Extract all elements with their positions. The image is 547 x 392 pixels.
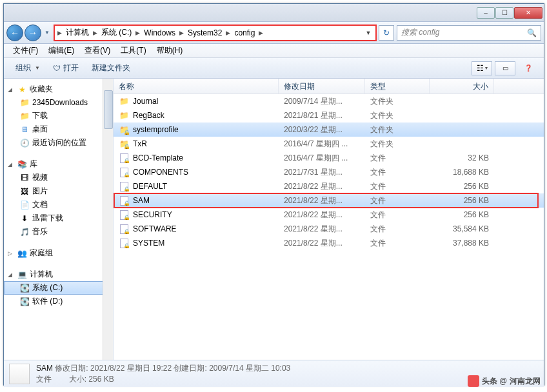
column-type[interactable]: 类型 (365, 79, 430, 93)
sidebar-item-downloads[interactable]: 📁2345Downloads (4, 96, 113, 109)
sidebar-item-thunder[interactable]: ⬇迅雷下载 (4, 211, 113, 225)
menu-view[interactable]: 查看(V) (79, 45, 115, 56)
file-size-cell: 18,688 KB (430, 168, 494, 177)
menu-help[interactable]: 帮助(H) (152, 45, 188, 56)
chevron-right-icon[interactable]: ▶ (224, 30, 232, 36)
file-date-cell: 2021/8/21 星期... (279, 110, 365, 121)
chevron-right-icon[interactable]: ▶ (56, 30, 63, 36)
menu-edit[interactable]: 编辑(E) (43, 45, 79, 56)
new-folder-button[interactable]: 新建文件夹 (85, 63, 137, 74)
file-name-cell: 📁🔒systemprofile (114, 124, 279, 135)
column-name[interactable]: 名称 (114, 79, 279, 93)
open-button[interactable]: 🛡 打开 (46, 63, 85, 74)
help-button[interactable]: ❓ (518, 61, 539, 75)
file-list: 名称 修改日期 类型 大小 📁Journal2009/7/14 星期...文件夹… (114, 79, 544, 360)
breadcrumb[interactable]: Windows (141, 26, 178, 40)
file-size-cell: 256 KB (430, 182, 494, 191)
menu-file[interactable]: 文件(F) (8, 45, 43, 56)
favorites-label: 收藏夹 (30, 84, 53, 95)
sidebar-item-music[interactable]: 🎵音乐 (4, 225, 113, 239)
locked-file-icon: 🔒 (119, 238, 129, 248)
address-dropdown[interactable]: ▼ (363, 30, 374, 36)
search-icon[interactable]: 🔍 (527, 28, 537, 37)
homegroup-header[interactable]: ▷ 👥 家庭组 (4, 246, 113, 260)
locked-file-icon: 🔒 (119, 153, 129, 163)
forward-button[interactable]: → (25, 24, 41, 41)
address-bar[interactable]: ▶ 计算机 ▶ 系统 (C:) ▶ Windows ▶ System32 ▶ c… (54, 25, 376, 41)
file-list-body[interactable]: 📁Journal2009/7/14 星期...文件夹📁RegBack2021/8… (114, 94, 544, 360)
file-row[interactable]: 📁🔒TxR2016/4/7 星期四 ...文件夹 (114, 137, 544, 151)
breadcrumb[interactable]: System32 (185, 26, 224, 40)
file-date-cell: 2021/8/22 星期... (279, 224, 365, 235)
file-date-cell: 2020/3/22 星期... (279, 124, 365, 135)
locked-folder-icon: 📁🔒 (119, 139, 129, 149)
titlebar[interactable]: – ☐ ✕ (4, 4, 544, 22)
refresh-button[interactable]: ↻ (379, 25, 394, 41)
file-name: BCD-Template (133, 153, 183, 162)
file-row[interactable]: 🔒SYSTEM2021/8/22 星期...文件37,888 KB (114, 236, 544, 250)
sidebar-scrollbar[interactable] (103, 79, 113, 360)
sidebar-item-videos[interactable]: 🎞视频 (4, 171, 113, 184)
menu-bar: 文件(F) 编辑(E) 查看(V) 工具(T) 帮助(H) (4, 44, 544, 58)
file-date-cell: 2021/8/22 星期... (279, 181, 365, 192)
file-row[interactable]: 🔒COMPONENTS2021/7/31 星期...文件18,688 KB (114, 165, 544, 179)
sidebar-item-documents[interactable]: 📄文档 (4, 198, 113, 211)
maximize-button[interactable]: ☐ (495, 7, 513, 19)
file-name: SYSTEM (133, 239, 164, 248)
file-row[interactable]: 🔒SAM2021/8/22 星期...文件256 KB (114, 193, 544, 208)
watermark-logo-icon (468, 375, 479, 387)
file-row[interactable]: 📁🔒systemprofile2020/3/22 星期...文件夹 (114, 122, 544, 137)
computer-header[interactable]: ◢ 💻 计算机 (4, 268, 113, 281)
file-row[interactable]: 🔒DEFAULT2021/8/22 星期...文件256 KB (114, 179, 544, 193)
file-type-cell: 文件 (365, 181, 430, 192)
menu-tools[interactable]: 工具(T) (115, 45, 151, 56)
breadcrumb[interactable]: 计算机 (63, 26, 92, 40)
file-date-cell: 2021/8/22 星期... (279, 195, 365, 206)
scrollbar-thumb[interactable] (104, 90, 113, 129)
search-input[interactable]: 搜索 config 🔍 (397, 25, 541, 41)
file-row[interactable]: 📁Journal2009/7/14 星期...文件夹 (114, 94, 544, 108)
file-row[interactable]: 🔒BCD-Template2016/4/7 星期四 ...文件32 KB (114, 151, 544, 165)
file-name: COMPONENTS (133, 168, 188, 177)
file-name: SOFTWARE (133, 224, 177, 233)
organize-button[interactable]: 组织 ▼ (9, 63, 46, 74)
star-icon: ★ (17, 84, 27, 95)
sidebar-item-recent[interactable]: 🕘最近访问的位置 (4, 136, 113, 150)
breadcrumb[interactable]: 系统 (C:) (99, 26, 134, 40)
minimize-button[interactable]: – (477, 7, 495, 19)
file-row[interactable]: 🔒SECURITY2021/8/22 星期...文件256 KB (114, 208, 544, 222)
sidebar-item-pictures[interactable]: 🖼图片 (4, 184, 113, 198)
sidebar-item-desktop[interactable]: 🖥桌面 (4, 122, 113, 136)
libraries-header[interactable]: ◢ 📚 库 (4, 157, 113, 171)
column-date[interactable]: 修改日期 (279, 79, 365, 93)
chevron-right-icon[interactable]: ▶ (92, 30, 99, 36)
chevron-right-icon[interactable]: ▶ (134, 30, 141, 36)
picture-icon: 🖼 (19, 186, 30, 197)
favorites-header[interactable]: ◢ ★ 收藏夹 (4, 83, 113, 96)
file-name-cell: 📁Journal (114, 96, 279, 106)
chevron-right-icon[interactable]: ▶ (178, 30, 185, 36)
locked-file-icon: 🔒 (119, 224, 129, 234)
music-icon: 🎵 (19, 227, 30, 237)
watermark: 头条 @ 河南龙网 (468, 375, 541, 387)
close-button[interactable]: ✕ (514, 7, 542, 19)
preview-pane-button[interactable]: ▭ (495, 61, 515, 75)
file-type-cell: 文件 (365, 224, 430, 235)
column-size[interactable]: 大小 (430, 79, 494, 93)
file-row[interactable]: 📁RegBack2021/8/21 星期...文件夹 (114, 108, 544, 122)
breadcrumb[interactable]: config (232, 26, 257, 40)
locked-file-icon: 🔒 (119, 181, 129, 191)
folder-icon: 📁 (119, 96, 129, 106)
file-row[interactable]: 🔒SOFTWARE2021/8/22 星期...文件35,584 KB (114, 222, 544, 236)
status-filename: SAM (36, 364, 53, 373)
chevron-right-icon[interactable]: ▶ (257, 30, 264, 36)
file-name: RegBack (133, 111, 164, 120)
sidebar-item-drive-d[interactable]: 💽软件 (D:) (4, 295, 113, 308)
file-preview-icon (9, 364, 30, 384)
sidebar-item-downloads2[interactable]: 📁下载 (4, 109, 113, 122)
view-options-button[interactable]: ☷ ▾ (472, 61, 492, 75)
sidebar-item-drive-c[interactable]: 💽系统 (C:) (4, 281, 113, 295)
file-date-cell: 2016/4/7 星期四 ... (279, 139, 365, 150)
back-button[interactable]: ← (6, 24, 23, 41)
history-dropdown[interactable]: ▼ (43, 26, 52, 40)
